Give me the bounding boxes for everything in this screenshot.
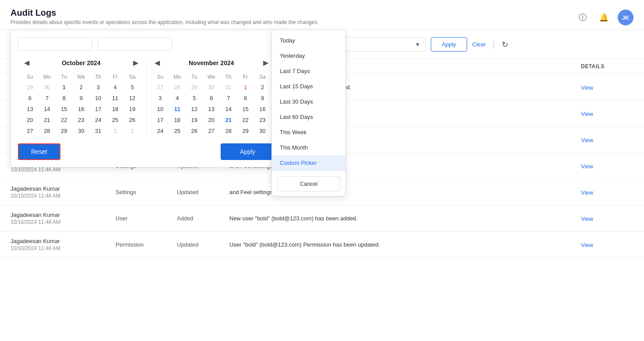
calendar-day[interactable]: 19: [124, 104, 141, 115]
view-link[interactable]: View: [581, 111, 593, 117]
calendar-day[interactable]: 30: [73, 125, 90, 136]
calendar-day[interactable]: 23: [254, 115, 271, 125]
calendar-day[interactable]: 19: [186, 115, 203, 125]
calendar-day[interactable]: 16: [73, 104, 90, 115]
calendar-day[interactable]: 27: [152, 82, 169, 93]
calendar-day[interactable]: 3: [152, 93, 169, 104]
calendar-day[interactable]: 30: [254, 125, 271, 136]
quick-option[interactable]: Today: [272, 33, 345, 48]
avatar[interactable]: JK: [618, 10, 633, 25]
november-prev-button[interactable]: ◀: [152, 58, 162, 68]
quick-option[interactable]: This Week: [272, 125, 345, 140]
calendar-day[interactable]: 2: [124, 125, 141, 136]
calendar-day[interactable]: 15: [237, 104, 254, 115]
calendar-day[interactable]: 20: [203, 115, 220, 125]
calendar-day[interactable]: 20: [21, 115, 39, 125]
calendar-day[interactable]: 11: [107, 93, 124, 104]
november-next-button[interactable]: ▶: [260, 58, 271, 68]
calendar-day[interactable]: 18: [107, 104, 124, 115]
calendar-day[interactable]: 29: [56, 125, 73, 136]
calendar-day[interactable]: 17: [90, 104, 107, 115]
calendar-day[interactable]: 21: [220, 115, 237, 125]
help-icon-button[interactable]: ⓘ: [576, 10, 590, 24]
calendar-day[interactable]: 12: [186, 104, 203, 115]
notification-icon-button[interactable]: 🔔: [597, 10, 611, 24]
refresh-button[interactable]: ↻: [502, 40, 508, 49]
calendar-day[interactable]: 25: [107, 115, 124, 125]
quick-option[interactable]: Custom Picker: [272, 155, 345, 170]
calendar-day[interactable]: 15: [56, 104, 73, 115]
calendar-day[interactable]: 23: [73, 115, 90, 125]
calendar-day[interactable]: 1: [237, 82, 254, 93]
calendar-day[interactable]: 24: [90, 115, 107, 125]
calendar-day[interactable]: 14: [220, 104, 237, 115]
calendar-day[interactable]: 30: [39, 82, 56, 93]
calendar-day[interactable]: 28: [220, 125, 237, 136]
calendar-day[interactable]: 22: [237, 115, 254, 125]
quick-option[interactable]: This Month: [272, 140, 345, 155]
calendar-day[interactable]: 13: [203, 104, 220, 115]
calendar-day[interactable]: 4: [169, 93, 186, 104]
calendar-day[interactable]: 18: [169, 115, 186, 125]
view-link[interactable]: View: [581, 242, 593, 248]
calendar-day[interactable]: 7: [220, 93, 237, 104]
calendar-day[interactable]: 8: [237, 93, 254, 104]
calendar-day[interactable]: 31: [90, 125, 107, 136]
calendar-day[interactable]: 4: [107, 82, 124, 93]
calendar-day[interactable]: 2: [73, 82, 90, 93]
calendar-day[interactable]: 21: [39, 115, 56, 125]
reset-button[interactable]: Reset: [18, 143, 60, 160]
picker-end-input[interactable]: [98, 37, 172, 51]
view-link[interactable]: View: [581, 216, 593, 222]
calendar-day[interactable]: 1: [107, 125, 124, 136]
calendar-day[interactable]: 26: [124, 115, 141, 125]
calendar-day[interactable]: 1: [56, 82, 73, 93]
calendar-day[interactable]: 29: [237, 125, 254, 136]
calendar-day[interactable]: 25: [169, 125, 186, 136]
quick-option[interactable]: Yesterday: [272, 48, 345, 63]
calendar-day[interactable]: 27: [203, 125, 220, 136]
apply-button[interactable]: Apply: [431, 37, 467, 52]
clear-button[interactable]: Clear: [472, 41, 486, 48]
calendar-day[interactable]: 27: [21, 125, 39, 136]
quick-option[interactable]: Last 60 Days: [272, 109, 345, 125]
calendar-day[interactable]: 3: [90, 82, 107, 93]
picker-start-input[interactable]: [18, 37, 92, 51]
calendar-day[interactable]: 29: [21, 82, 39, 93]
calendar-day[interactable]: 12: [124, 93, 141, 104]
calendar-day[interactable]: 31: [220, 82, 237, 93]
calendar-day[interactable]: 6: [21, 93, 39, 104]
calendar-day[interactable]: 11: [169, 104, 186, 115]
calendar-day[interactable]: 24: [152, 125, 169, 136]
october-prev-button[interactable]: ◀: [21, 58, 32, 68]
calendar-day[interactable]: 9: [254, 93, 271, 104]
quick-option[interactable]: Last 15 Days: [272, 79, 345, 94]
view-link[interactable]: View: [581, 163, 593, 170]
calendar-day[interactable]: 10: [152, 104, 169, 115]
calendar-day[interactable]: 5: [186, 93, 203, 104]
calendar-day[interactable]: 8: [56, 93, 73, 104]
calendar-day[interactable]: 26: [186, 125, 203, 136]
quick-option[interactable]: Last 30 Days: [272, 94, 345, 109]
calendar-day[interactable]: 28: [39, 125, 56, 136]
october-next-button[interactable]: ▶: [130, 58, 141, 68]
quick-option[interactable]: Last 7 Days: [272, 63, 345, 79]
calendar-day[interactable]: 30: [203, 82, 220, 93]
calendar-day[interactable]: 13: [21, 104, 39, 115]
calendar-day[interactable]: 14: [39, 104, 56, 115]
calendar-day[interactable]: 9: [73, 93, 90, 104]
calendar-day[interactable]: 16: [254, 104, 271, 115]
calendar-day[interactable]: 5: [124, 82, 141, 93]
calendar-day[interactable]: 17: [152, 115, 169, 125]
calendar-day[interactable]: 29: [186, 82, 203, 93]
picker-apply-button[interactable]: Apply: [221, 143, 274, 160]
view-link[interactable]: View: [581, 137, 593, 143]
calendar-day[interactable]: 10: [90, 93, 107, 104]
view-link[interactable]: View: [581, 84, 593, 91]
calendar-day[interactable]: 22: [56, 115, 73, 125]
view-link[interactable]: View: [581, 189, 593, 196]
calendar-day[interactable]: 2: [254, 82, 271, 93]
cancel-button[interactable]: Cancel: [277, 176, 340, 191]
calendar-day[interactable]: 28: [169, 82, 186, 93]
calendar-day[interactable]: 6: [203, 93, 220, 104]
